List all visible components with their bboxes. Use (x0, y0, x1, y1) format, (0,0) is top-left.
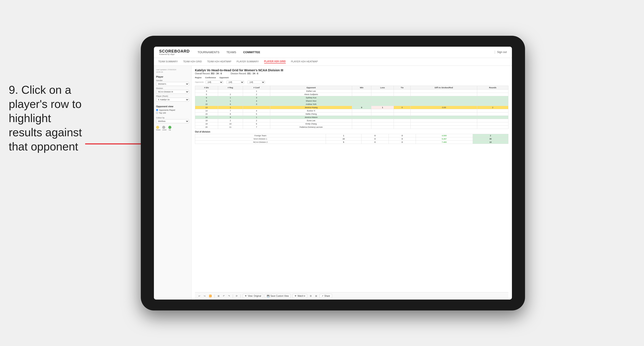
gender-select[interactable]: Women's (156, 82, 189, 86)
table-row[interactable]: 19106Emily Chang (195, 122, 508, 125)
out-of-division-title: Out of division (195, 131, 508, 133)
table-row[interactable]: 522Alexis Sudjianio (195, 93, 508, 96)
last-updated-time: 16:55:28 (156, 71, 163, 73)
nav-committee[interactable]: COMMITTEE (243, 51, 260, 54)
table-row[interactable]: 1474Eunice Yi (195, 109, 508, 112)
share-button[interactable]: ↗ Share (320, 294, 332, 298)
table-row[interactable]: 31Esther Lee (195, 89, 508, 93)
col-diff: Diff Av Strokes/Rnd (410, 86, 477, 89)
col-loss: Loss (371, 86, 394, 89)
opponent-view-section: Opponent view Opponents Played Top 100 (156, 105, 189, 114)
division-label: Division (156, 87, 189, 89)
last-updated: Last Updated: 27/03/2024 16:55:28 (156, 68, 189, 73)
table-row[interactable]: 20117Federica Domecq Lacroze (195, 125, 508, 129)
redo-button[interactable]: ↪ (203, 294, 206, 298)
share-icon: ↗ (322, 295, 323, 297)
h2h-grid-table: # Div # Reg # Conf Opponent Win Loss Tie… (195, 86, 508, 129)
division-select[interactable]: NCAA Division III (156, 90, 189, 94)
sub-nav: TEAM SUMMARY TEAM H2H GRID TEAM H2H HEAT… (154, 58, 512, 66)
conference-filter-select[interactable]: (All) (226, 80, 244, 84)
filters-row: Region Conference Opponent (195, 77, 508, 79)
tablet-frame: SCOREBOARD Powered by clippi TOURNAMENTS… (141, 36, 525, 311)
table-row[interactable]: 1585Stella Cheng (195, 112, 508, 116)
nav-bar: SCOREBOARD Powered by clippi TOURNAMENTS… (154, 47, 512, 58)
opponent-view-title: Opponent view (156, 105, 189, 108)
table-row[interactable]: 613Sydney Kuo (195, 96, 508, 99)
legend-up: Up (168, 126, 171, 131)
table-row[interactable]: 1063Andrea York (195, 102, 508, 106)
tablet-screen: SCOREBOARD Powered by clippi TOURNAMENTS… (154, 47, 512, 300)
watch-button[interactable]: 👁 Watch ▾ (292, 294, 307, 298)
col-opponent: Opponent (270, 86, 352, 89)
division-record: Division Record: 331 - 34 - 6 (230, 72, 258, 75)
overall-record: Overall Record: 353 - 34 - 6 (195, 72, 222, 75)
watch-icon: 👁 (294, 295, 297, 297)
subnav-player-h2h-grid[interactable]: PLAYER H2H GRID (264, 60, 286, 63)
colour-legend: Down Level Up (156, 126, 189, 131)
logo-text: SCOREBOARD (159, 49, 190, 53)
subnav-team-summary[interactable]: TEAM SUMMARY (158, 60, 178, 63)
col-tie: Tie (394, 86, 411, 89)
save-custom-view-button[interactable]: 💾 Save Custom View (265, 294, 290, 298)
colour-by-select[interactable]: Win/loss (156, 119, 189, 123)
crop-button[interactable]: ⊞ (217, 294, 220, 298)
table-row[interactable]: 131Jessica Huang010-3.002 (195, 106, 508, 109)
annotation-number: 9. (9, 83, 18, 96)
filter-opponent: Opponent (220, 77, 229, 79)
nav-links: TOURNAMENTS TEAMS COMMITTEE (198, 51, 494, 54)
filter-conference: Conference (205, 77, 216, 79)
opponents-select[interactable]: (All) (206, 80, 223, 84)
dot-down (156, 126, 159, 129)
table-row[interactable]: 1822Euna Lee (195, 119, 508, 122)
opponents-filter-group: Opponents: (All) (195, 80, 223, 84)
share-label: Share (324, 295, 330, 297)
watch-label: Watch ▾ (298, 295, 306, 297)
filters-selects-row: Opponents: (All) (All) (All) (195, 80, 508, 84)
grid-title: Katelyn Vo Head-to-Head Grid for Women's… (195, 68, 508, 72)
undo-button[interactable]: ↩ (198, 294, 201, 298)
table-row[interactable]: 1691Jessica Mason (195, 116, 508, 119)
annotation-body: Click on a player's row to highlight res… (9, 83, 82, 153)
player-section-title: Player (156, 75, 189, 78)
out-of-division: Out of division Foreign Team1004.5002NAI… (195, 131, 508, 144)
forward-button[interactable]: ⏩ (208, 294, 212, 298)
toolbar-sep2: | (232, 294, 233, 298)
legend-level: Level (162, 126, 166, 131)
colour-section: Colour by Win/loss Down Level (156, 117, 189, 131)
subnav-team-h2h-grid[interactable]: TEAM H2H GRID (183, 60, 202, 63)
record-row: Overall Record: 353 - 34 - 6 Division Re… (195, 72, 508, 75)
subnav-team-h2h-heatmap[interactable]: TEAM H2H HEATMAP (207, 60, 232, 63)
save-icon: 💾 (267, 295, 270, 297)
table-row[interactable]: Foreign Team1004.5002 (195, 134, 508, 137)
view-original-button[interactable]: 👁 View: Original (243, 294, 263, 298)
table-row[interactable]: 914Sharon Mun (195, 99, 508, 102)
redo2-button[interactable]: ↷ (227, 294, 231, 298)
undo2-button[interactable]: ↶ (222, 294, 226, 298)
subnav-player-summary[interactable]: PLAYER SUMMARY (237, 60, 259, 63)
radio-opponents-played[interactable]: Opponents Played (156, 109, 189, 111)
radio-top-100[interactable]: Top 100 (156, 112, 189, 114)
refresh-button[interactable]: ⟳ (235, 294, 238, 298)
col-win: Win (352, 86, 371, 89)
gender-label: Gender (156, 79, 189, 82)
table-row[interactable]: NAIA Division 115009.26730 (195, 137, 508, 140)
dot-level (162, 126, 165, 129)
table-row[interactable]: NCAA Division 25007.40010 (195, 140, 508, 144)
left-panel: Last Updated: 27/03/2024 16:55:28 Player… (154, 66, 192, 300)
filter-region: Region (195, 77, 202, 79)
sign-out-button[interactable]: Sign out (497, 51, 507, 54)
save-custom-view-label: Save Custom View (270, 295, 288, 297)
col-div: # Div (195, 86, 218, 89)
nav-teams[interactable]: TEAMS (226, 51, 236, 54)
settings-button[interactable]: ⚙ (309, 294, 312, 298)
logo-wrap: SCOREBOARD Powered by clippi (159, 49, 191, 55)
annotation-text: 9. Click on a player's row to highlight … (9, 83, 87, 154)
grid-button[interactable]: ⊞ (314, 294, 318, 298)
subnav-player-h2h-heatmap[interactable]: PLAYER H2H HEATMAP (291, 60, 318, 63)
opponent-filter-select[interactable]: (All) (248, 80, 265, 84)
main-content: Last Updated: 27/03/2024 16:55:28 Player… (154, 66, 512, 300)
logo-sub: Powered by clippi (159, 53, 191, 55)
nav-tournaments[interactable]: TOURNAMENTS (198, 51, 220, 54)
view-original-label: View: Original (248, 295, 261, 297)
player-rank-select[interactable]: 8. Katelyn Vo (156, 98, 189, 102)
